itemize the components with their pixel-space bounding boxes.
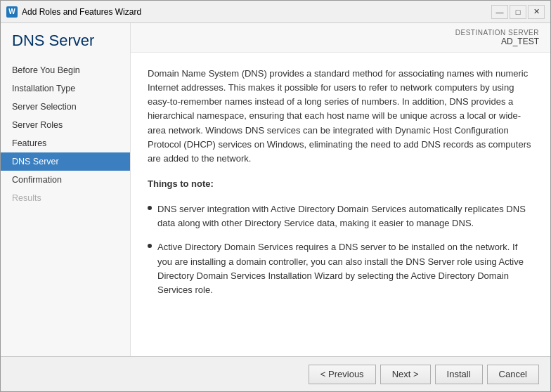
footer: < Previous Next > Install Cancel bbox=[1, 356, 550, 391]
close-button[interactable]: ✕ bbox=[528, 5, 545, 19]
content-area: DNS Server Before You Begin Installation… bbox=[1, 23, 550, 356]
next-button[interactable]: Next > bbox=[380, 365, 431, 384]
sidebar-item-server-selection[interactable]: Server Selection bbox=[1, 98, 130, 116]
title-bar-left: W Add Roles and Features Wizard bbox=[6, 6, 141, 18]
bullet-list: DNS server integration with Active Direc… bbox=[148, 202, 533, 297]
title-controls: — □ ✕ bbox=[491, 5, 545, 19]
minimize-button[interactable]: — bbox=[491, 5, 508, 19]
sidebar-item-features[interactable]: Features bbox=[1, 134, 130, 152]
sidebar-item-server-roles[interactable]: Server Roles bbox=[1, 116, 130, 134]
destination-label: DESTINATION SERVER bbox=[142, 29, 539, 37]
title-bar: W Add Roles and Features Wizard — □ ✕ bbox=[1, 1, 550, 23]
previous-button[interactable]: < Previous bbox=[309, 365, 376, 384]
bullet-icon bbox=[148, 206, 152, 210]
maximize-button[interactable]: □ bbox=[510, 5, 526, 19]
destination-value: AD_TEST bbox=[142, 37, 539, 46]
window-icon: W bbox=[6, 6, 18, 18]
sidebar-item-before-you-begin[interactable]: Before You Begin bbox=[1, 61, 130, 79]
install-button[interactable]: Install bbox=[435, 365, 483, 384]
list-item: Active Directory Domain Services require… bbox=[148, 240, 533, 297]
main-content: DESTINATION SERVER AD_TEST Domain Name S… bbox=[131, 23, 550, 356]
sidebar-title: DNS Server bbox=[1, 32, 130, 61]
main-window: W Add Roles and Features Wizard — □ ✕ DN… bbox=[0, 0, 551, 392]
sidebar-item-confirmation[interactable]: Confirmation bbox=[1, 171, 130, 189]
sidebar-item-results: Results bbox=[1, 189, 130, 207]
bullet-text-2: Active Directory Domain Services require… bbox=[157, 240, 533, 297]
things-to-note-label: Things to note: bbox=[148, 177, 533, 191]
sidebar-item-dns-server[interactable]: DNS Server bbox=[1, 152, 130, 171]
cancel-button[interactable]: Cancel bbox=[487, 365, 539, 384]
bullet-icon bbox=[148, 244, 152, 248]
sidebar-item-installation-type[interactable]: Installation Type bbox=[1, 79, 130, 98]
intro-text: Domain Name System (DNS) provides a stan… bbox=[148, 67, 533, 166]
window-title: Add Roles and Features Wizard bbox=[22, 7, 141, 17]
top-bar: DESTINATION SERVER AD_TEST bbox=[131, 23, 550, 53]
content-body: Domain Name System (DNS) provides a stan… bbox=[131, 53, 550, 356]
sidebar: DNS Server Before You Begin Installation… bbox=[1, 23, 131, 356]
bullet-text-1: DNS server integration with Active Direc… bbox=[157, 202, 533, 230]
list-item: DNS server integration with Active Direc… bbox=[148, 202, 533, 230]
